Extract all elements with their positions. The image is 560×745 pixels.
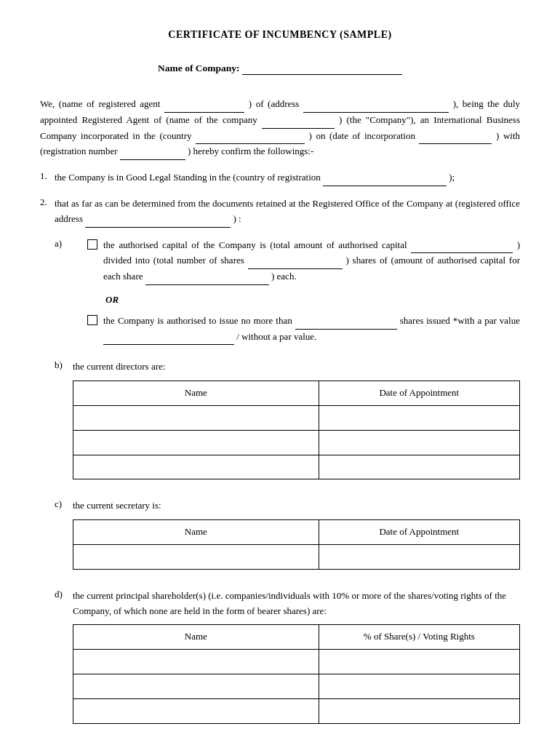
- body-paragraph: We, (name of registered agent ) of (addr…: [40, 97, 520, 160]
- checkbox-1-text: the authorised capital of the Company is…: [103, 238, 520, 285]
- shareholder-name-1: [73, 650, 319, 674]
- table-row: [73, 544, 520, 569]
- checkbox-1[interactable]: [87, 239, 97, 250]
- checkbox-2[interactable]: [87, 315, 97, 325]
- item-2-text: that as far as can be determined from th…: [55, 196, 520, 228]
- item-1-text: the Company is in Good Legal Standing in…: [55, 170, 520, 186]
- director-name-2: [73, 430, 319, 455]
- director-name-3: [73, 455, 319, 479]
- shareholder-pct-2: [319, 674, 519, 698]
- company-name-field: [242, 63, 402, 75]
- table-row: [73, 430, 520, 455]
- document-title: CERTIFICATE OF INCUMBENCY (SAMPLE): [40, 29, 520, 41]
- item-1: 1. the Company is in Good Legal Standing…: [40, 170, 520, 186]
- checkbox-row-1: the authorised capital of the Company is…: [87, 238, 520, 285]
- shareholder-name-3: [73, 698, 319, 723]
- secretary-col-date: Date of Appointment: [319, 520, 519, 545]
- director-date-3: [319, 455, 519, 479]
- table-row: [73, 405, 520, 430]
- item-a-content: the authorised capital of the Company is…: [73, 238, 520, 353]
- or-text: OR: [105, 292, 520, 308]
- secretary-col-name: Name: [73, 520, 319, 545]
- table-row: [73, 674, 520, 698]
- document-container: CERTIFICATE OF INCUMBENCY (SAMPLE) Name …: [40, 29, 520, 745]
- item-2-num: 2.: [40, 196, 55, 228]
- table-row: [73, 650, 520, 674]
- item-b-container: b) the current directors are: Name Date …: [55, 359, 520, 491]
- checkbox-row-2: the Company is authorised to issue no mo…: [87, 314, 520, 346]
- item-c-text: the current secretary is:: [73, 498, 520, 514]
- item-b-content: the current directors are: Name Date of …: [73, 359, 520, 491]
- director-date-1: [319, 405, 519, 430]
- item-b-text: the current directors are:: [73, 359, 520, 375]
- secretary-table: Name Date of Appointment: [73, 519, 520, 570]
- item-d-text: the current principal shareholder(s) (i.…: [73, 589, 520, 619]
- directors-table: Name Date of Appointment: [73, 381, 520, 479]
- item-2: 2. that as far as can be determined from…: [40, 196, 520, 228]
- item-c-container: c) the current secretary is: Name Date o…: [55, 498, 520, 581]
- item-d-label: d): [55, 589, 73, 736]
- item-a-label: a): [55, 238, 73, 353]
- director-name-1: [73, 405, 319, 430]
- item-1-num: 1.: [40, 170, 55, 186]
- item-b-label: b): [55, 359, 73, 491]
- secretary-name-1: [73, 544, 319, 569]
- shareholder-pct-3: [319, 698, 519, 723]
- shareholder-name-2: [73, 674, 319, 698]
- director-date-2: [319, 430, 519, 455]
- shareholders-col-name: Name: [73, 625, 319, 650]
- item-c-label: c): [55, 498, 73, 581]
- item-d-content: the current principal shareholder(s) (i.…: [73, 589, 520, 736]
- item-d-container: d) the current principal shareholder(s) …: [55, 589, 520, 736]
- item-a-container: a) the authorised capital of the Company…: [55, 238, 520, 353]
- checkbox-2-text: the Company is authorised to issue no mo…: [103, 314, 520, 346]
- directors-col-date: Date of Appointment: [319, 381, 519, 406]
- secretary-date-1: [319, 544, 519, 569]
- shareholders-table: Name % of Share(s) / Voting Rights: [73, 624, 520, 723]
- table-row: [73, 455, 520, 479]
- shareholder-pct-1: [319, 650, 519, 674]
- company-name-line: Name of Company:: [40, 63, 520, 75]
- shareholders-col-pct: % of Share(s) / Voting Rights: [319, 625, 519, 650]
- item-c-content: the current secretary is: Name Date of A…: [73, 498, 520, 581]
- company-name-label: Name of Company:: [158, 63, 242, 73]
- table-row: [73, 698, 520, 723]
- directors-col-name: Name: [73, 381, 319, 406]
